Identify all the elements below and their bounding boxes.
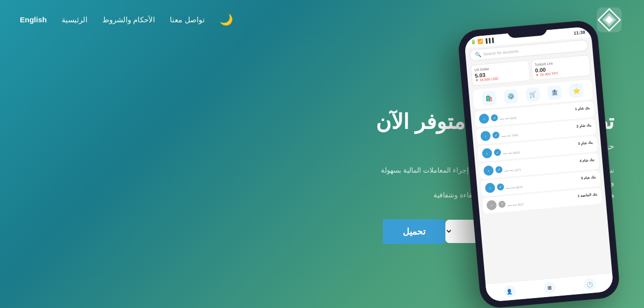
navbar: 🌙 تواصل معنا الأحكام والشروط الرئيسية En… — [0, 0, 644, 40]
account-info-4: بنك شام 4 •••• •••• 1271 — [504, 158, 595, 173]
try-arrow-icon: ▼ — [535, 73, 539, 77]
account-badge-4: ✓ — [495, 166, 502, 174]
account-info-3: بنك شام 3 •••• •••• 9253 — [502, 140, 593, 155]
logo-icon — [594, 5, 624, 35]
account-info-5: بنك شام 5 •••• •••• 6570 — [505, 175, 596, 190]
phone-search-placeholder: Search for accounts — [483, 49, 519, 57]
account-arrow-2[interactable]: › — [480, 130, 491, 141]
phone-mockup: 11:38 ▐▐▐ 📶 🔋 🔍 Search for accounts — [457, 20, 620, 308]
nav-item-home[interactable]: الرئيسية — [62, 15, 87, 24]
account-arrow-5[interactable]: › — [485, 183, 496, 193]
phone-bottom-bar: 🕐 ⊞ 👤 — [486, 273, 614, 302]
star-icon-item[interactable]: ⭐ — [569, 83, 583, 98]
nav-item-dark-mode[interactable]: 🌙 — [219, 13, 238, 26]
bank-icon-item[interactable]: 🏦 — [547, 85, 562, 100]
logo-area — [594, 5, 624, 35]
phone-section: 11:38 ▐▐▐ 📶 🔋 🔍 Search for accounts — [435, 25, 644, 308]
bottom-profile-icon[interactable]: 👤 — [503, 285, 516, 298]
account-badge-3: ✓ — [494, 149, 501, 156]
account-arrow-3[interactable]: › — [482, 148, 493, 159]
dark-mode-button[interactable]: 🌙 — [219, 13, 233, 26]
phone-search-icon: 🔍 — [475, 52, 481, 58]
account-badge-1: ✓ — [491, 114, 498, 122]
nav-item-terms[interactable]: الأحكام والشروط — [102, 15, 155, 24]
home-link[interactable]: الرئيسية — [62, 15, 87, 24]
account-arrow-4[interactable]: › — [483, 165, 494, 176]
account-arrow-6[interactable]: › — [486, 200, 497, 211]
account-badge-5: ✓ — [497, 183, 504, 190]
bottom-grid-icon[interactable]: ⊞ — [543, 281, 556, 294]
bottom-clock-icon[interactable]: 🕐 — [583, 278, 596, 291]
main-content: تطبيق شام كاش متوفر الآن حقل التطبيق وأس… — [0, 40, 644, 308]
account-arrow-1[interactable]: › — [479, 114, 490, 124]
account-badge-6: ? — [498, 200, 505, 208]
phone-screen: 11:38 ▐▐▐ 📶 🔋 🔍 Search for accounts — [464, 26, 614, 302]
battery-icon: 🔋 — [470, 39, 476, 45]
language-toggle[interactable]: English — [20, 15, 47, 24]
account-badge-2: ✓ — [492, 131, 500, 139]
settings-icon-item[interactable]: ⚙️ — [503, 89, 518, 104]
currency-card-try: Turkish Lira 0.00 ▼ 34.400 TRY — [531, 55, 591, 80]
bag-icon-item[interactable]: 🛍️ — [482, 91, 497, 106]
terms-link[interactable]: الأحكام والشروط — [102, 15, 155, 24]
cart-icon-item[interactable]: 🛒 — [525, 87, 540, 102]
currency-card-usd: US Dollar 5.03 ▼ 34.900 USD — [470, 60, 530, 86]
account-list: › ✓ بنك شام 1 •••• •••• 0241 › ✓ بنك — [471, 101, 606, 214]
account-info-6: بنك الجامعة 1 •••• •••• 3517 — [507, 192, 598, 207]
page-wrapper: 🌙 تواصل معنا الأحكام والشروط الرئيسية En… — [0, 0, 644, 308]
usd-arrow-icon: ▼ — [475, 78, 479, 82]
nav-links: 🌙 تواصل معنا الأحكام والشروط الرئيسية En… — [20, 13, 238, 26]
account-info-1: بنك شام 1 •••• •••• 0241 — [500, 106, 590, 121]
contact-link[interactable]: تواصل معنا — [170, 15, 204, 24]
account-info-2: بنك شام 2 •••• •••• 7043 — [501, 123, 592, 138]
nav-item-english[interactable]: English — [20, 15, 47, 24]
nav-item-contact[interactable]: تواصل معنا — [170, 15, 204, 24]
